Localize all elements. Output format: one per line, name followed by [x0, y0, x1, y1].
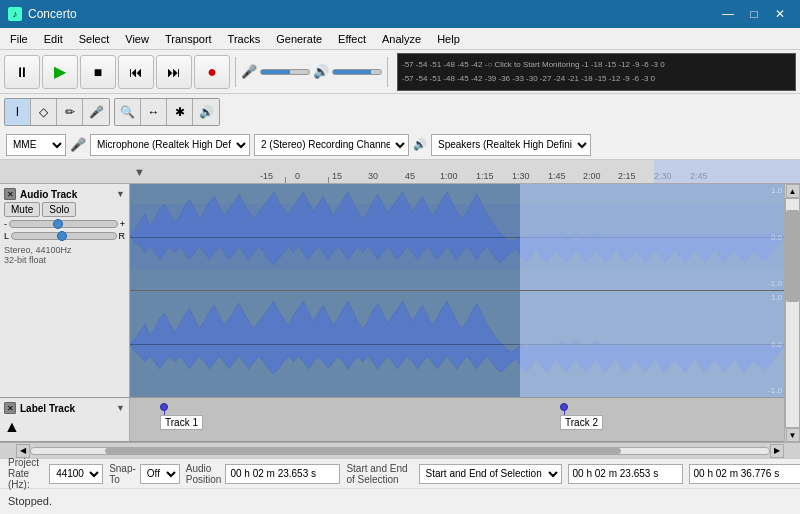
label-track-collapse[interactable]: ▼: [116, 403, 125, 413]
audio-track-collapse[interactable]: ▼: [116, 189, 125, 199]
hscroll-left[interactable]: ◀: [16, 444, 30, 458]
menu-transport[interactable]: Transport: [157, 31, 220, 47]
project-rate-select[interactable]: 44100: [49, 464, 103, 484]
host-select[interactable]: MME: [6, 134, 66, 156]
app-icon: ♪: [8, 7, 22, 21]
ruler-mark-115: 1:15: [476, 171, 494, 181]
selection-start-input[interactable]: [568, 464, 683, 484]
menu-generate[interactable]: Generate: [268, 31, 330, 47]
ruler-tick-15: [328, 177, 329, 183]
menu-file[interactable]: File: [2, 31, 36, 47]
gain-row: - +: [4, 219, 125, 229]
audio-channel-top: 1.0 -1.0 0.0: [130, 184, 784, 291]
mute-solo-buttons: Mute Solo: [4, 202, 125, 217]
menu-effect[interactable]: Effect: [330, 31, 374, 47]
label-track-close[interactable]: ✕: [4, 402, 16, 414]
gain-slider[interactable]: [9, 220, 118, 228]
stop-button[interactable]: ■: [80, 55, 116, 89]
label-item-2: Track 2: [560, 403, 603, 430]
label-track-controls: ✕ Label Track ▼ ▲: [0, 398, 130, 441]
label-text-1[interactable]: Track 1: [160, 415, 203, 430]
maximize-button[interactable]: □: [742, 5, 766, 23]
statusbar-top: Project Rate (Hz): 44100 Snap-To Off Aud…: [0, 459, 800, 489]
solo-button[interactable]: Solo: [42, 202, 76, 217]
project-rate-field: Project Rate (Hz): 44100: [8, 457, 103, 490]
mic-input-button[interactable]: 🎤: [83, 99, 109, 125]
audio-pos-label: Audio Position: [186, 463, 222, 485]
output-device-select[interactable]: Speakers (Realtek High Definiti: [431, 134, 591, 156]
skip-back-button[interactable]: ⏮: [118, 55, 154, 89]
status-text: Stopped.: [8, 495, 52, 507]
timeshift-tool-button[interactable]: ↔: [141, 99, 167, 125]
mic-volume-slider[interactable]: [260, 69, 310, 75]
hscroll-right[interactable]: ▶: [770, 444, 784, 458]
label-track-expand[interactable]: ▲: [4, 418, 125, 436]
meter-row-1: -57 -54 -51 -48 -45 -42 -○ Click to Star…: [402, 58, 791, 72]
menu-help[interactable]: Help: [429, 31, 468, 47]
selection-end-input[interactable]: [689, 464, 800, 484]
snap-to-field: Snap-To Off: [109, 463, 180, 485]
y-label-1-top: 1.0: [771, 186, 782, 195]
label-item-1: Track 1: [160, 403, 203, 430]
vscroll-thumb[interactable]: [786, 210, 799, 301]
minimize-button[interactable]: —: [716, 5, 740, 23]
tools-toolbar: I ◇ ✏ 🎤 🔍 ↔ ✱ 🔊: [0, 94, 800, 130]
mic-volume-row: 🎤 🔊: [241, 64, 382, 79]
menu-tracks[interactable]: Tracks: [220, 31, 269, 47]
track-area-wrapper: ✕ Audio Track ▼ Mute Solo -: [0, 184, 800, 442]
vscroll-track[interactable]: [785, 198, 800, 428]
playback-volume-slider[interactable]: [332, 69, 382, 75]
ruler-mark-215: 2:15: [618, 171, 636, 181]
label-track-area[interactable]: Track 1 Track 2: [130, 398, 784, 441]
label-text-2[interactable]: Track 2: [560, 415, 603, 430]
app-title: Concerto: [28, 7, 77, 21]
audio-pos-input[interactable]: [225, 464, 340, 484]
meter-scale-2: -57 -54 -51 -48 -45 -42 -39 -36 -33 -30 …: [402, 74, 655, 83]
ruler-mark-45: 45: [405, 171, 415, 181]
start-end-select[interactable]: Start and End of Selection: [419, 464, 562, 484]
hscroll-thumb[interactable]: [105, 448, 622, 454]
center-line-bottom: [130, 344, 784, 345]
input-device-select[interactable]: Microphone (Realtek High Defini: [90, 134, 250, 156]
channels-select[interactable]: 2 (Stereo) Recording Channels: [254, 134, 409, 156]
label-track: ✕ Label Track ▼ ▲ Tra: [0, 398, 784, 442]
vscroll-down[interactable]: ▼: [786, 428, 800, 442]
pause-button[interactable]: ⏸: [4, 55, 40, 89]
audio-track-waveform[interactable]: 1.0 -1.0 0.0: [130, 184, 784, 397]
snap-to-select[interactable]: Off: [140, 464, 180, 484]
mic-icon: 🎤: [241, 64, 257, 79]
envelope-tool-button[interactable]: ◇: [31, 99, 57, 125]
level-meters[interactable]: -57 -54 -51 -48 -45 -42 -○ Click to Star…: [397, 53, 796, 91]
vscroll-up[interactable]: ▲: [786, 184, 800, 198]
menu-analyze[interactable]: Analyze: [374, 31, 429, 47]
skip-fwd-button[interactable]: ⏭: [156, 55, 192, 89]
label-track-name: Label Track: [20, 403, 116, 414]
mute-button[interactable]: Mute: [4, 202, 40, 217]
multi-tool-button[interactable]: ✱: [167, 99, 193, 125]
separator-2: [387, 57, 388, 87]
ruler-selection: [654, 160, 800, 183]
pan-slider[interactable]: [11, 232, 116, 240]
vscrollbar[interactable]: ▲ ▼: [784, 184, 800, 442]
audio-track-name: Audio Track: [20, 189, 116, 200]
timeline-ruler: ▼ -15 0 15 30 45 1:00 1:15 1:30 1:45 2:0…: [0, 160, 800, 184]
select-tool-button[interactable]: I: [5, 99, 31, 125]
draw-tool-button[interactable]: ✏: [57, 99, 83, 125]
ruler-mark-130: 1:30: [512, 171, 530, 181]
label-track-header: ✕ Label Track ▼: [4, 402, 125, 414]
menu-view[interactable]: View: [117, 31, 157, 47]
audio-track-close[interactable]: ✕: [4, 188, 16, 200]
menu-select[interactable]: Select: [71, 31, 118, 47]
menu-edit[interactable]: Edit: [36, 31, 71, 47]
separator-1: [235, 57, 236, 87]
close-button[interactable]: ✕: [768, 5, 792, 23]
play-button[interactable]: ▶: [42, 55, 78, 89]
hscrollbar[interactable]: ◀ ▶: [0, 442, 800, 458]
record-button[interactable]: ●: [194, 55, 230, 89]
speaker-device-icon: 🔊: [413, 138, 427, 151]
ruler-control-area: ▼: [134, 166, 145, 178]
speaker2-button[interactable]: 🔊: [193, 99, 219, 125]
zoom-tool-button[interactable]: 🔍: [115, 99, 141, 125]
titlebar-controls: — □ ✕: [716, 5, 792, 23]
hscroll-track[interactable]: [30, 447, 770, 455]
